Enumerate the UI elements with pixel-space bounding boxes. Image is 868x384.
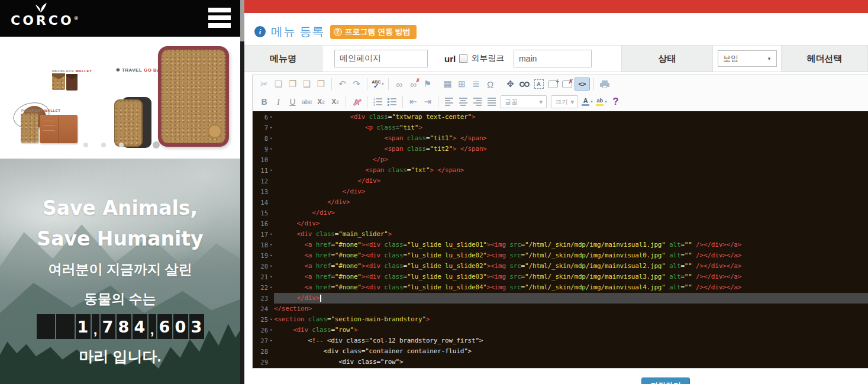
print-icon[interactable] (598, 77, 611, 91)
image-icon[interactable]: ▦ (441, 77, 454, 91)
align-right-icon[interactable] (470, 95, 484, 109)
code-line-29[interactable]: 29 <div class="row"> (253, 357, 868, 367)
code-line-27[interactable]: 27▾ <!-- <div class="col-12 brandstory_r… (253, 335, 868, 346)
code-line-21[interactable]: 21▾ <a href="#none"><div class="lu_slide… (253, 272, 868, 282)
code-line-11[interactable]: 11▾ <span class="txt"> </span> (253, 165, 868, 176)
fold-arrow-icon[interactable]: ▾ (268, 165, 274, 176)
code-line-20[interactable]: 20▾ <a href="#none"><div class="lu_slide… (253, 261, 868, 272)
code-line-18[interactable]: 18▾ <a href="#none"><div class="lu_slide… (253, 240, 868, 250)
align-left-icon[interactable] (442, 95, 456, 109)
code-line-16[interactable]: 16 </div> (253, 218, 868, 229)
code-line-22[interactable]: 22▾ <a href="#none"><div class="lu_slide… (253, 282, 868, 293)
code-line-9[interactable]: 9▾ <span class="tit2"> </span> (253, 144, 868, 154)
program-link-help-button[interactable]: ? 프로그램 연동 방법 (330, 25, 417, 39)
code-line-13[interactable]: 13 </div> (253, 186, 868, 197)
bold-icon[interactable]: B (257, 95, 271, 109)
align-center-icon[interactable] (456, 95, 470, 109)
code-line-15[interactable]: 15 </div> (253, 208, 868, 218)
spell-check-icon[interactable]: ABC✓▾ (371, 77, 385, 91)
fold-arrow-icon[interactable]: ▾ (268, 133, 274, 144)
redo-icon[interactable]: ↷ (350, 77, 363, 91)
align-justify-icon[interactable] (485, 95, 498, 109)
code-line-19[interactable]: 19▾ <a href="#none"><div class="lu_slide… (253, 250, 868, 261)
code-line-10[interactable]: 10 </p> (253, 154, 868, 165)
code-line-28[interactable]: 28 <div class="container container-fluid… (253, 346, 868, 357)
remove-format-icon[interactable]: A (350, 95, 363, 109)
table-icon[interactable]: ⊞ (455, 77, 469, 91)
fold-arrow-icon[interactable]: ▾ (268, 261, 274, 272)
site-preview-pane: CORCO® NECKLACE WALLET PASSPORT WALLET ✱… (0, 0, 240, 384)
slider-dot-2[interactable] (101, 143, 106, 147)
bubble-remove-icon[interactable]: ✗ (560, 77, 574, 91)
url-input[interactable] (514, 50, 592, 67)
code-line-14[interactable]: 14 </div> (253, 197, 868, 208)
numbered-list-icon[interactable]: 123 (371, 95, 385, 109)
code-line-26[interactable]: 26▾ <div class="row"> (253, 325, 868, 335)
fold-arrow-icon[interactable]: ▾ (268, 314, 274, 325)
line-number: 12 (253, 176, 268, 186)
italic-icon[interactable]: I (272, 95, 285, 109)
bubble-add-icon[interactable]: + (546, 77, 560, 91)
fold-arrow-icon[interactable]: ▾ (268, 240, 274, 250)
fold-arrow-icon[interactable]: ▾ (268, 325, 274, 335)
code-line-30[interactable]: 30 <div class="col-12 col-lg-7 brandstor… (253, 367, 868, 368)
maximize-icon[interactable]: ✥ (504, 77, 517, 91)
underline-icon[interactable]: U (286, 95, 299, 109)
unlink-icon[interactable]: ∞✗ (406, 77, 420, 91)
fold-arrow-icon[interactable]: ▾ (268, 122, 274, 133)
product-slider[interactable]: NECKLACE WALLET PASSPORT WALLET ✱ TRAVEL… (0, 37, 240, 159)
size-select[interactable]: 크기▾ (551, 95, 578, 108)
external-link-checkbox[interactable] (459, 54, 467, 63)
fold-arrow-icon[interactable]: ▾ (268, 112, 274, 122)
fold-arrow-icon[interactable]: ▾ (268, 335, 274, 346)
slider-dot-4-active[interactable] (153, 141, 160, 149)
paste-icon[interactable]: ❐ (286, 77, 299, 91)
paste-text-icon[interactable]: ❑ (300, 77, 314, 91)
fold-arrow-icon[interactable]: ▾ (268, 229, 274, 240)
select-all-icon[interactable]: A (532, 77, 546, 91)
link-icon[interactable]: ∞ (392, 77, 406, 91)
paste-word-icon[interactable]: ❒ (314, 77, 328, 91)
preview-scrollbar-thumb[interactable] (240, 0, 244, 41)
hamburger-menu-icon[interactable] (208, 8, 231, 31)
copy-icon[interactable]: ❏ (272, 77, 285, 91)
code-line-17[interactable]: 17▾ <div class="main_slider"> (253, 229, 868, 240)
undo-icon[interactable]: ↶ (335, 77, 349, 91)
code-line-7[interactable]: 7▾ <p class="tit"> (253, 122, 868, 133)
code-line-24[interactable]: 24</section> (253, 304, 868, 314)
font-select[interactable]: 글꼴▾ (501, 95, 547, 108)
code-line-12[interactable]: 12 </div> (253, 176, 868, 186)
menu-name-input[interactable] (334, 50, 428, 67)
text-color-icon[interactable]: A▾ (580, 95, 594, 109)
save-button[interactable]: 저장하기 (641, 377, 690, 384)
slider-dot-1[interactable] (83, 143, 88, 147)
about-icon[interactable]: ? (609, 95, 622, 109)
fold-arrow-icon[interactable]: ▾ (268, 282, 274, 293)
source-icon[interactable]: <> (575, 77, 590, 91)
outdent-icon[interactable]: ⇤ (406, 95, 420, 109)
code-line-23[interactable]: 23 </div> (253, 293, 868, 304)
fold-arrow-icon[interactable]: ▾ (268, 144, 274, 154)
code-area[interactable]: 6▾ <div class="txtwrap text-center">7▾ <… (253, 111, 868, 368)
fold-arrow-icon[interactable]: ▾ (268, 272, 274, 282)
cut-icon[interactable]: ✂ (257, 77, 271, 91)
status-select[interactable]: 보임 ▼ (718, 50, 777, 67)
slider-dot-3[interactable] (119, 143, 124, 147)
superscript-icon[interactable]: X2 (328, 95, 342, 109)
horizontal-rule-icon[interactable]: ≣ (469, 77, 483, 91)
find-icon[interactable] (518, 77, 531, 91)
fold-arrow-icon[interactable]: ▾ (268, 250, 274, 261)
special-char-icon[interactable]: Ω (483, 77, 497, 91)
code-line-6[interactable]: 6▾ <div class="txtwrap text-center"> (253, 112, 868, 122)
bg-color-icon[interactable]: ab▾ (595, 95, 608, 109)
code-line-25[interactable]: 25▾<section class="section-main-brandsto… (253, 314, 868, 325)
indent-icon[interactable]: ⇥ (421, 95, 434, 109)
anchor-icon[interactable]: ⚑ (421, 77, 434, 91)
code-line-8[interactable]: 8▾ <span class="tit1"> </span> (253, 133, 868, 144)
corco-logo[interactable]: CORCO® (11, 2, 76, 27)
editor-toolbar-row-1: ✂❏❐❑❒↶↷ABC✓▾∞∞✗⚑▦⊞≣Ω✥A+✗<> (253, 75, 868, 93)
preview-scrollbar[interactable] (240, 0, 244, 384)
bulleted-list-icon[interactable] (385, 95, 399, 109)
strikethrough-icon[interactable]: abc (300, 95, 314, 109)
subscript-icon[interactable]: X2 (314, 95, 328, 109)
